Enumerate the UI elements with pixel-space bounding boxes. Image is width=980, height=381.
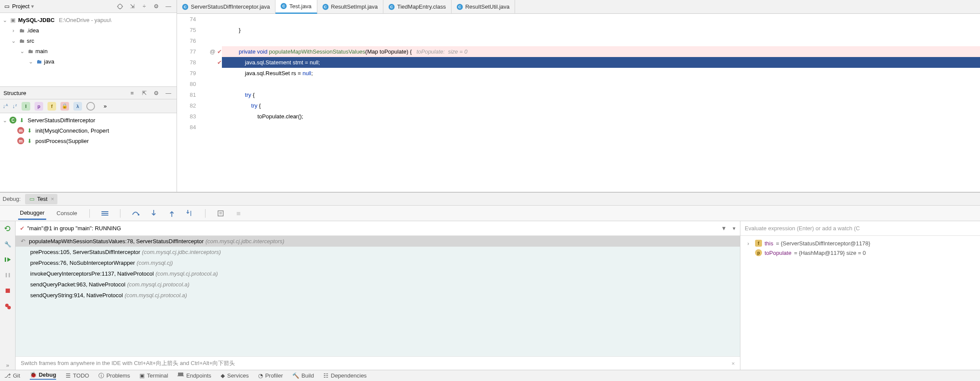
chevron-down-icon[interactable]: ⌄: [2, 117, 8, 124]
statusbar-todo[interactable]: ☰TODO: [66, 372, 89, 379]
show-properties-icon[interactable]: p: [35, 102, 43, 111]
folder-icon: 🖿: [35, 58, 42, 65]
stack-frame[interactable]: preProcess:76, NoSubInterceptorWrapper (…: [16, 257, 740, 268]
expand-all-icon[interactable]: ⇲: [127, 2, 137, 11]
step-over-icon[interactable]: [131, 209, 140, 218]
svg-marker-17: [7, 257, 11, 262]
tree-arrow-icon[interactable]: ⌄: [19, 48, 25, 54]
statusbar-build[interactable]: 🔨Build: [292, 372, 314, 379]
structure-method-row[interactable]: m ⬇ postProcess(Supplier: [0, 136, 177, 146]
editor-tab[interactable]: CTest.java: [275, 0, 317, 14]
project-tree[interactable]: ⌄ ▣ MySQL-JDBC E:\OneDrive - yapuu\ › 🖿 …: [0, 13, 177, 86]
collapse-all-icon[interactable]: ÷: [139, 2, 149, 11]
locate-icon[interactable]: [115, 2, 125, 11]
variable-row[interactable]: ptoPopulate = {HashMap@1179} size = 0: [744, 248, 977, 257]
stack-frame[interactable]: invokeQueryInterceptorsPre:1137, NativeP…: [16, 268, 740, 279]
tree-arrow-icon[interactable]: ›: [10, 27, 16, 34]
project-root-row[interactable]: ⌄ ▣ MySQL-JDBC E:\OneDrive - yapuu\: [0, 15, 177, 25]
tab-debugger[interactable]: Debugger: [18, 207, 46, 220]
tab-label: ResultSetUtil.java: [465, 3, 510, 10]
tree-arrow-icon[interactable]: ⌄: [28, 58, 34, 65]
step-out-icon[interactable]: [167, 209, 177, 218]
structure-sort-icon[interactable]: ≡: [127, 88, 137, 98]
tree-arrow-icon[interactable]: ⌄: [10, 38, 16, 44]
trace-icon[interactable]: ≣: [234, 209, 243, 218]
statusbar-git[interactable]: ⎇Git: [4, 372, 20, 379]
project-icon: ▭: [3, 3, 10, 10]
stack-frame[interactable]: ↶populateMapWithSessionStatusValues:78, …: [16, 236, 740, 247]
editor-tab[interactable]: CServerStatusDiffInterceptor.java: [177, 0, 275, 14]
gear-icon[interactable]: ⚙: [152, 88, 161, 98]
code-area[interactable]: } private void populateMapWithSessionSta…: [222, 14, 980, 192]
chevron-right-icon[interactable]: ›: [747, 240, 752, 247]
statusbar-terminal[interactable]: ▣Terminal: [139, 372, 168, 379]
chevron-down-icon[interactable]: ⌄: [2, 17, 8, 23]
structure-expand-icon[interactable]: ⇱: [139, 88, 149, 98]
close-icon[interactable]: ×: [51, 196, 54, 202]
tree-row[interactable]: ⌄ 🖿 main: [0, 46, 177, 56]
hide-icon[interactable]: —: [164, 88, 173, 98]
svg-rect-20: [6, 289, 10, 293]
evaluate-expression-input[interactable]: Evaluate expression (Enter) or add a wat…: [740, 221, 980, 236]
statusbar-dependencies[interactable]: ☷Dependencies: [323, 372, 367, 379]
more-icon[interactable]: »: [3, 360, 13, 370]
breakpoints-icon[interactable]: [3, 302, 13, 311]
structure-tree[interactable]: ⌄ C ⬇ ServerStatusDiffInterceptor m ⬇ in…: [0, 113, 177, 192]
show-interfaces-icon[interactable]: I: [22, 102, 30, 111]
wrench-icon[interactable]: 🔧: [3, 239, 13, 249]
variables-pane: Evaluate expression (Enter) or add a wat…: [740, 221, 980, 370]
tree-row[interactable]: ⌄ 🖿 java: [0, 56, 177, 67]
thread-selector[interactable]: ✔ "main"@1 in group "main": RUNNING ▼ ▾: [16, 221, 740, 236]
pause-icon[interactable]: [3, 270, 13, 280]
structure-method-row[interactable]: m ⬇ init(MysqlConnection, Propert: [0, 125, 177, 136]
more-icon[interactable]: »: [104, 103, 107, 109]
gear-icon[interactable]: ⚙: [152, 2, 161, 11]
variables-list[interactable]: ›fthis = {ServerStatusDiffInterceptor@11…: [740, 236, 980, 370]
tab-console[interactable]: Console: [55, 207, 79, 219]
rerun-icon[interactable]: [3, 224, 13, 233]
resume-icon[interactable]: [3, 255, 13, 264]
statusbar-profiler[interactable]: ◔Profiler: [258, 372, 283, 379]
bug-icon: 🐞: [30, 371, 37, 378]
frame-method: invokeQueryInterceptorsPre:1137, NativeP…: [30, 270, 154, 277]
editor-tab[interactable]: CResultSetImpl.java: [317, 0, 383, 14]
run-to-cursor-icon[interactable]: [185, 209, 195, 218]
close-icon[interactable]: ×: [731, 360, 735, 367]
tab-label: Test.java: [289, 3, 311, 10]
editor-tab[interactable]: CResultSetUtil.java: [452, 0, 515, 14]
debug-config-name: Test: [37, 196, 47, 202]
project-selector[interactable]: ▭ Project ▾: [3, 3, 34, 10]
statusbar-problems[interactable]: ⓘProblems: [98, 372, 130, 380]
chevron-down-icon[interactable]: ▾: [733, 225, 736, 232]
sort-visibility-icon[interactable]: ↓ᶻ: [13, 103, 18, 109]
statusbar-debug[interactable]: 🐞Debug: [30, 371, 56, 380]
services-icon: ◆: [221, 372, 225, 379]
stack-frame[interactable]: sendQueryPacket:963, NativeProtocol (com…: [16, 279, 740, 290]
filter-icon[interactable]: ▼: [721, 225, 727, 232]
sort-alpha-icon[interactable]: ↓ᴬ: [3, 103, 8, 109]
statusbar-endpoints[interactable]: ᚙEndpoints: [177, 372, 211, 379]
show-anonymous-icon[interactable]: [86, 102, 95, 111]
statusbar-services[interactable]: ◆Services: [221, 372, 249, 379]
show-fields-icon[interactable]: f: [47, 102, 56, 111]
evaluate-icon[interactable]: [216, 209, 225, 218]
hide-icon[interactable]: —: [164, 2, 173, 11]
editor-tab[interactable]: CTiedMapEntry.class: [383, 0, 452, 14]
step-into-icon[interactable]: [149, 209, 158, 218]
structure-class-row[interactable]: ⌄ C ⬇ ServerStatusDiffInterceptor: [0, 115, 177, 125]
frame-list[interactable]: ↶populateMapWithSessionStatusValues:78, …: [16, 236, 740, 356]
debug-config-tab[interactable]: ▭ Test ×: [25, 194, 57, 204]
tree-row[interactable]: › 🖿 .idea: [0, 25, 177, 35]
show-inherited-icon[interactable]: λ: [73, 102, 82, 111]
show-nonpublic-icon[interactable]: 🔒: [60, 102, 69, 111]
tree-row[interactable]: ⌄ 🖿 src: [0, 35, 177, 46]
variable-row[interactable]: ›fthis = {ServerStatusDiffInterceptor@11…: [744, 238, 977, 248]
stack-frame[interactable]: sendQueryString:914, NativeProtocol (com…: [16, 290, 740, 301]
stack-frame[interactable]: preProcess:105, ServerStatusDiffIntercep…: [16, 247, 740, 257]
thread-dump-icon[interactable]: [100, 209, 110, 218]
run-config-icon: ▭: [28, 196, 35, 203]
variable-name: toPopulate: [765, 250, 791, 256]
stop-icon[interactable]: [3, 286, 13, 295]
code-editor[interactable]: 7475767778798081828384 @ ✔✔ } private vo…: [177, 14, 980, 192]
frames-pane: ✔ "main"@1 in group "main": RUNNING ▼ ▾ …: [16, 221, 740, 370]
